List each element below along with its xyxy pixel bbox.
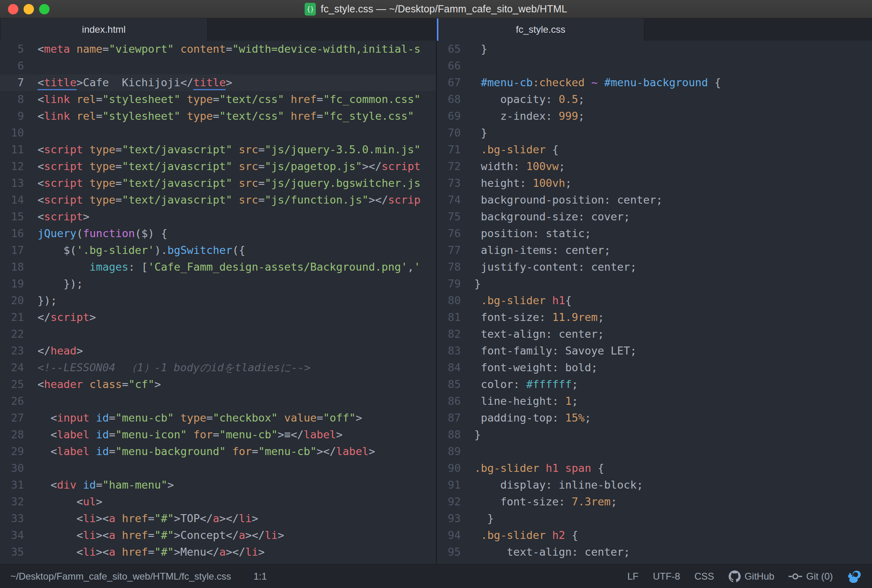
tab-fc-style-css[interactable]: fc_style.css <box>437 18 644 41</box>
code-line[interactable]: 23</head> <box>0 343 436 359</box>
fullscreen-button[interactable] <box>39 4 50 14</box>
code-line[interactable]: 25<header class="cf"> <box>0 376 436 393</box>
code-line[interactable]: 8<link rel="stylesheet" type="text/css" … <box>0 91 436 108</box>
code-line[interactable]: 11<script type="text/javascript" src="js… <box>0 141 436 158</box>
code-line[interactable]: 74 background-position: center; <box>437 192 872 208</box>
code-line[interactable]: 77 align-items: center; <box>437 242 872 259</box>
code-text: <li><a href="#">Menu</a></li> <box>38 544 265 560</box>
code-line[interactable]: 13<script type="text/javascript" src="js… <box>0 175 436 192</box>
code-text: opacity: 0.5; <box>474 91 585 108</box>
line-number: 79 <box>437 275 461 292</box>
code-text: <label id="menu-icon" for="menu-cb">≡</l… <box>38 426 343 443</box>
code-text: <script type="text/javascript" src="js/j… <box>38 141 420 158</box>
code-text: <li><a href="#">Access</a></li> <box>38 560 278 564</box>
code-line[interactable]: 24<!--LESSON04 （1）-1 bodyのidをtladiesに--> <box>0 359 436 376</box>
code-line[interactable]: 79} <box>437 275 872 292</box>
line-number: 86 <box>437 393 461 410</box>
code-line[interactable]: 76 position: static; <box>437 225 872 242</box>
code-line[interactable]: 28 <label id="menu-icon" for="menu-cb">≡… <box>0 426 436 443</box>
code-line[interactable]: 84 font-weight: bold; <box>437 359 872 376</box>
code-line[interactable]: 27 <input id="menu-cb" type="checkbox" v… <box>0 410 436 426</box>
editor-fc-style-css[interactable]: 65 }6667 #menu-cb:checked ~ #menu-backgr… <box>437 41 872 564</box>
code-line[interactable]: 81 font-size: 11.9rem; <box>437 309 872 326</box>
code-line[interactable]: 89 <box>437 443 872 460</box>
code-line[interactable]: 34 <li><a href="#">Concept</a></li> <box>0 527 436 544</box>
code-line[interactable]: 71 .bg-slider { <box>437 141 872 158</box>
code-line[interactable]: 21</script> <box>0 309 436 326</box>
code-line[interactable]: 7<title>Cafe Kichijoji</title> <box>0 74 436 91</box>
code-line[interactable]: 36 <li><a href="#">Access</a></li> <box>0 560 436 564</box>
code-line[interactable]: 30 <box>0 460 436 477</box>
line-number: 90 <box>437 460 461 477</box>
code-line[interactable]: 85 color: #ffffff; <box>437 376 872 393</box>
code-line[interactable]: 68 opacity: 0.5; <box>437 91 872 108</box>
code-line[interactable]: 18 images: ['Cafe_Famm_design-assets/Bac… <box>0 259 436 275</box>
code-line[interactable]: 32 <ul> <box>0 493 436 510</box>
code-line[interactable]: 26 <box>0 393 436 410</box>
code-line[interactable]: 80 .bg-slider h1{ <box>437 292 872 309</box>
code-line[interactable]: 94 .bg-slider h2 { <box>437 527 872 544</box>
code-line[interactable]: 78 justify-content: center; <box>437 259 872 275</box>
line-ending-indicator[interactable]: LF <box>627 571 638 582</box>
code-line[interactable]: 67 #menu-cb:checked ~ #menu-background { <box>437 74 872 91</box>
code-line[interactable]: 88} <box>437 426 872 443</box>
code-line[interactable]: 35 <li><a href="#">Menu</a></li> <box>0 544 436 560</box>
code-line[interactable]: 86 line-height: 1; <box>437 393 872 410</box>
editor-index-html[interactable]: 5<meta name="viewport" content="width=de… <box>0 41 436 564</box>
line-number: 30 <box>0 460 24 477</box>
code-line[interactable]: 69 z-index: 999; <box>437 108 872 125</box>
line-number: 77 <box>437 242 461 259</box>
code-text: .bg-slider h1 span { <box>474 460 604 477</box>
line-number: 68 <box>437 91 461 108</box>
code-line[interactable]: 5<meta name="viewport" content="width=de… <box>0 41 436 57</box>
code-line[interactable]: 87 padding-top: 15%; <box>437 410 872 426</box>
code-line[interactable]: 19 }); <box>0 275 436 292</box>
code-line[interactable]: 17 $('.bg-slider').bgSwitcher({ <box>0 242 436 259</box>
line-number: 32 <box>0 493 24 510</box>
grammar-indicator[interactable]: CSS <box>694 571 714 582</box>
code-text: <script type="text/javascript" src="js/f… <box>38 192 420 208</box>
code-line[interactable]: 9<link rel="stylesheet" type="text/css" … <box>0 108 436 125</box>
code-line[interactable]: 31 <div id="ham-menu"> <box>0 477 436 493</box>
code-line[interactable]: 12<script type="text/javascript" src="js… <box>0 158 436 175</box>
code-line[interactable]: 70 } <box>437 125 872 141</box>
line-number: 19 <box>0 275 24 292</box>
code-line[interactable]: 93 } <box>437 510 872 527</box>
code-line[interactable]: 95 text-align: center; <box>437 544 872 560</box>
code-line[interactable]: 90.bg-slider h1 span { <box>437 460 872 477</box>
line-number: 13 <box>0 175 24 192</box>
squirrel-icon[interactable] <box>847 570 862 583</box>
close-button[interactable] <box>8 4 18 14</box>
code-line[interactable]: 92 font-size: 7.3rem; <box>437 493 872 510</box>
github-status[interactable]: GitHub <box>729 570 775 582</box>
minimize-button[interactable] <box>24 4 34 14</box>
code-text: background-size: cover; <box>474 208 630 225</box>
code-line[interactable]: 14<script type="text/javascript" src="js… <box>0 192 436 208</box>
code-line[interactable]: 73 height: 100vh; <box>437 175 872 192</box>
cursor-position[interactable]: 1:1 <box>254 571 267 582</box>
code-line[interactable]: 29 <label id="menu-background" for="menu… <box>0 443 436 460</box>
code-line[interactable]: 33 <li><a href="#">TOP</a></li> <box>0 510 436 527</box>
code-line[interactable]: 16jQuery(function($) { <box>0 225 436 242</box>
code-line[interactable]: 15<script> <box>0 208 436 225</box>
code-line[interactable]: 83 font-family: Savoye LET; <box>437 343 872 359</box>
code-line[interactable]: 82 text-align: center; <box>437 326 872 343</box>
code-line[interactable]: 66 <box>437 57 872 74</box>
code-line[interactable]: 22 <box>0 326 436 343</box>
code-line[interactable]: 6 <box>0 57 436 74</box>
code-line[interactable]: 65 } <box>437 41 872 57</box>
tab-index-html[interactable]: index.html <box>0 18 208 41</box>
line-number: 85 <box>437 376 461 393</box>
line-number: 78 <box>437 259 461 275</box>
code-line[interactable]: 91 display: inline-block; <box>437 477 872 493</box>
code-line[interactable]: 20}); <box>0 292 436 309</box>
code-line[interactable]: 75 background-size: cover; <box>437 208 872 225</box>
window-title: fc_style.css — ~/Desktop/Famm_cafe_sito_… <box>321 3 567 15</box>
code-line[interactable]: 10 <box>0 125 436 141</box>
code-text: <ul> <box>38 493 103 510</box>
code-line[interactable]: 72 width: 100vw; <box>437 158 872 175</box>
encoding-indicator[interactable]: UTF-8 <box>653 571 680 582</box>
code-line[interactable]: 96 <box>437 560 872 564</box>
line-number: 33 <box>0 510 24 527</box>
git-status[interactable]: Git (0) <box>789 571 833 582</box>
